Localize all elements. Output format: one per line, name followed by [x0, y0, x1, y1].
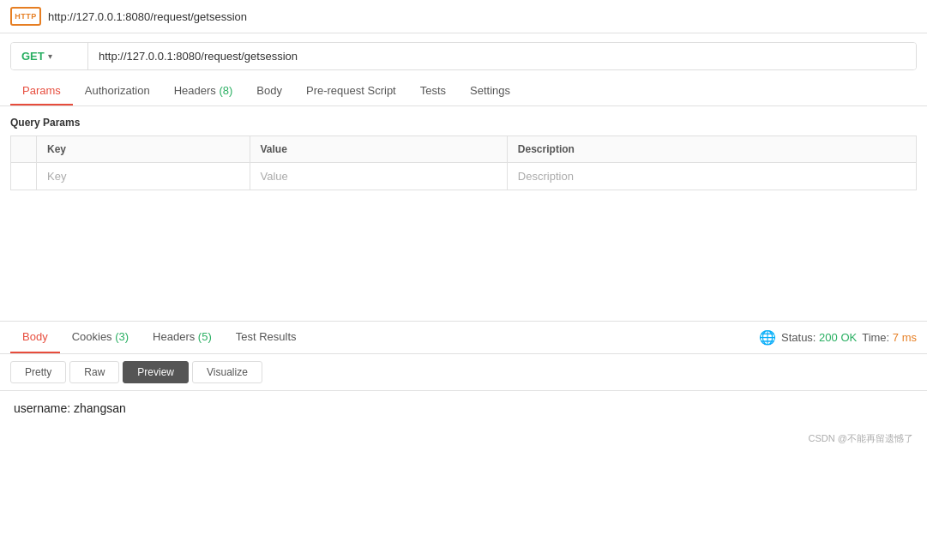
time-value: 7 ms	[893, 331, 917, 344]
tab-params[interactable]: Params	[10, 77, 73, 105]
view-tabs-row: Pretty Raw Preview Visualize	[0, 354, 927, 391]
col-value: Value	[250, 136, 507, 163]
tab-test-results[interactable]: Test Results	[224, 322, 309, 353]
view-tab-raw[interactable]: Raw	[69, 361, 119, 383]
view-tab-visualize[interactable]: Visualize	[192, 361, 262, 383]
response-status: 🌐 Status: 200 OK Time: 7 ms	[759, 324, 917, 351]
col-description: Description	[507, 136, 916, 163]
params-table: Key Value Description Key Value Descript…	[10, 135, 917, 190]
response-tabs-left: Body Cookies (3) Headers (5) Test Result…	[10, 322, 309, 353]
empty-space	[0, 201, 927, 321]
response-tabs-container: Body Cookies (3) Headers (5) Test Result…	[0, 322, 927, 354]
status-label: Status: 200 OK	[781, 331, 857, 344]
row-check[interactable]	[11, 163, 37, 190]
params-section: Query Params Key Value Description Key V…	[0, 106, 927, 201]
request-tabs: Params Authorization Headers (8) Body Pr…	[10, 77, 917, 105]
view-tab-pretty[interactable]: Pretty	[10, 361, 66, 383]
chevron-down-icon: ▾	[48, 51, 52, 61]
tab-body[interactable]: Body	[244, 77, 294, 105]
time-label: Time: 7 ms	[862, 331, 917, 344]
col-key: Key	[37, 136, 250, 163]
tab-headers-response[interactable]: Headers (5)	[141, 322, 224, 353]
response-body-content: username: zhangsan	[14, 401, 126, 415]
tab-pre-request-script[interactable]: Pre-request Script	[294, 77, 408, 105]
method-selector[interactable]: GET ▾	[11, 43, 88, 69]
request-section: GET ▾ Params Authorization Headers (8) B…	[0, 33, 927, 106]
tab-body-response[interactable]: Body	[10, 322, 60, 353]
row-value[interactable]: Value	[250, 163, 507, 190]
tab-authorization[interactable]: Authorization	[73, 77, 162, 105]
col-check	[11, 136, 37, 163]
url-input[interactable]	[88, 43, 916, 69]
tab-settings[interactable]: Settings	[458, 77, 522, 105]
http-badge: HTTP	[10, 7, 41, 26]
row-description[interactable]: Description	[507, 163, 916, 190]
browser-url: http://127.0.0.1:8080/request/getsession	[48, 10, 247, 23]
tab-cookies[interactable]: Cookies (3)	[60, 322, 141, 353]
tab-tests[interactable]: Tests	[408, 77, 458, 105]
globe-icon: 🌐	[759, 329, 776, 346]
url-bar: HTTP http://127.0.0.1:8080/request/getse…	[0, 0, 927, 33]
row-key[interactable]: Key	[37, 163, 250, 190]
request-url-row: GET ▾	[10, 42, 917, 70]
response-body: username: zhangsan	[0, 391, 927, 425]
query-params-title: Query Params	[10, 117, 917, 129]
response-section: Body Cookies (3) Headers (5) Test Result…	[0, 321, 927, 452]
table-row: Key Value Description	[11, 163, 917, 190]
tab-headers[interactable]: Headers (8)	[162, 77, 245, 105]
status-value: 200 OK	[819, 331, 857, 344]
view-tab-preview[interactable]: Preview	[123, 361, 189, 383]
watermark: CSDN @不能再留遗憾了	[0, 425, 927, 452]
method-label: GET	[21, 50, 45, 63]
